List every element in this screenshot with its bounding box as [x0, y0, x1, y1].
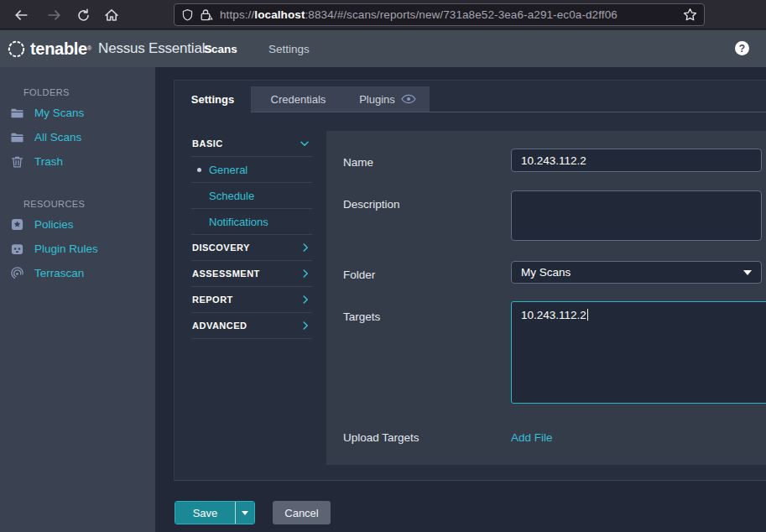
sidebar-item-label: Plugin Rules	[34, 243, 98, 255]
nav-item-general[interactable]: General	[191, 157, 312, 183]
tab-credentials[interactable]: Credentials	[251, 86, 346, 112]
chevron-right-icon	[303, 321, 309, 330]
chevron-down-icon	[300, 141, 309, 147]
url-host: localhost	[254, 8, 305, 21]
description-textarea[interactable]	[511, 190, 762, 241]
chevron-right-icon	[303, 269, 309, 278]
targets-label: Targets	[343, 310, 380, 323]
nav-section-label: ADVANCED	[191, 321, 248, 331]
text-cursor	[587, 309, 588, 321]
folder-selected-value: My Scans	[521, 266, 571, 279]
home-icon[interactable]	[101, 4, 122, 26]
name-input[interactable]	[511, 149, 762, 172]
url-path: :8834/#/scans/reports/new/731a8e52-3ea6-…	[305, 8, 617, 21]
tab-label: Settings	[191, 93, 234, 106]
settings-nav: BASIC General Schedule Notifications DIS…	[191, 131, 312, 339]
sidebar-item-label: Policies	[34, 218, 74, 231]
nav-item-label: General	[209, 164, 248, 176]
sidebar-spacer	[0, 174, 155, 196]
sidebar-resources-title: RESOURCES	[0, 196, 155, 212]
shield-star-icon	[10, 217, 24, 232]
insecure-lock-icon[interactable]	[200, 8, 214, 22]
folder-icon	[10, 107, 24, 120]
tab-bar: Settings Credentials Plugins	[175, 86, 766, 112]
nav-section-basic[interactable]: BASIC	[191, 131, 312, 157]
eye-icon	[401, 94, 416, 104]
tenable-brand: tenable® Nessus Essentials	[7, 30, 212, 67]
bookmark-star-icon[interactable]	[683, 8, 697, 22]
nav-section-label: ASSESSMENT	[191, 269, 260, 279]
tab-label: Credentials	[271, 93, 326, 106]
terrascan-spiral-icon	[10, 266, 24, 280]
nav-item-label: Schedule	[209, 190, 254, 202]
nav-section-assessment[interactable]: ASSESSMENT	[191, 261, 312, 287]
save-button[interactable]: Save	[175, 502, 235, 524]
brand-product: Nessus Essentials	[98, 40, 212, 57]
sidebar-item-plugin-rules[interactable]: Plugin Rules	[0, 237, 155, 261]
tab-settings[interactable]: Settings	[175, 86, 251, 112]
save-split-button: Save	[175, 501, 255, 524]
tab-label: Plugins	[359, 93, 395, 106]
name-label: Name	[343, 156, 373, 169]
brand-trademark: ®	[87, 44, 91, 53]
app-header: tenable® Nessus Essentials Scans Setting…	[0, 30, 766, 67]
description-label: Description	[343, 198, 400, 211]
nav-item-schedule[interactable]: Schedule	[191, 183, 312, 209]
help-icon[interactable]: ?	[735, 41, 749, 55]
general-settings-form: Name Description Folder My Scans Targets…	[326, 131, 766, 465]
header-nav-settings[interactable]: Settings	[268, 30, 310, 67]
sidebar-item-policies[interactable]: Policies	[0, 212, 155, 237]
upload-targets-label: Upload Targets	[343, 431, 419, 444]
header-nav-scans[interactable]: Scans	[204, 30, 237, 67]
targets-textarea[interactable]: 10.243.112.2	[511, 301, 766, 404]
nav-section-report[interactable]: REPORT	[191, 287, 312, 313]
plug-outlet-icon	[10, 243, 24, 256]
sidebar: FOLDERS My Scans All Scans Trash RESOURC…	[0, 67, 155, 532]
folder-select[interactable]: My Scans	[511, 261, 762, 284]
tab-plugins[interactable]: Plugins	[346, 86, 430, 112]
caret-down-icon	[242, 511, 248, 515]
trash-icon	[10, 155, 24, 169]
app-window: https://localhost:8834/#/scans/reports/n…	[0, 0, 766, 532]
current-page-bullet	[197, 168, 201, 172]
brand-name: tenable	[30, 39, 87, 59]
tracking-shield-icon[interactable]	[181, 8, 194, 22]
browser-toolbar: https://localhost:8834/#/scans/reports/n…	[0, 0, 766, 29]
url-bar[interactable]: https://localhost:8834/#/scans/reports/n…	[174, 3, 705, 26]
sidebar-item-label: My Scans	[34, 107, 84, 119]
nav-item-label: Notifications	[209, 216, 268, 228]
nav-section-label: REPORT	[191, 295, 233, 305]
targets-value: 10.243.112.2	[521, 309, 586, 321]
nav-section-label: BASIC	[191, 138, 223, 149]
sidebar-item-label: Trash	[34, 155, 63, 168]
forward-icon[interactable]	[44, 4, 65, 26]
add-file-link[interactable]: Add File	[511, 431, 553, 444]
sidebar-item-my-scans[interactable]: My Scans	[0, 101, 155, 125]
nav-section-discovery[interactable]: DISCOVERY	[191, 235, 312, 261]
save-dropdown-button[interactable]	[235, 502, 254, 524]
back-icon[interactable]	[10, 4, 32, 26]
sidebar-folders-title: FOLDERS	[0, 84, 155, 101]
caret-down-icon	[743, 270, 752, 275]
chevron-right-icon	[303, 295, 309, 304]
sidebar-item-label: All Scans	[34, 131, 81, 143]
nav-section-advanced[interactable]: ADVANCED	[191, 313, 312, 339]
nav-item-notifications[interactable]: Notifications	[191, 209, 312, 235]
chevron-right-icon	[303, 243, 309, 252]
folder-icon	[10, 131, 24, 144]
sidebar-item-terrascan[interactable]: Terrascan	[0, 261, 155, 285]
reload-icon[interactable]	[72, 4, 94, 26]
url-text[interactable]: https://localhost:8834/#/scans/reports/n…	[220, 8, 680, 21]
sidebar-item-all-scans[interactable]: All Scans	[0, 125, 155, 149]
url-scheme: https://	[220, 8, 254, 21]
sidebar-item-label: Terrascan	[34, 267, 84, 279]
nav-section-label: DISCOVERY	[191, 243, 250, 253]
scan-editor-panel: Settings Credentials Plugins BASIC	[174, 80, 766, 481]
sidebar-item-trash[interactable]: Trash	[0, 149, 155, 174]
cancel-button[interactable]: Cancel	[273, 501, 331, 524]
folder-label: Folder	[343, 269, 375, 281]
tenable-logo-icon	[7, 39, 26, 59]
